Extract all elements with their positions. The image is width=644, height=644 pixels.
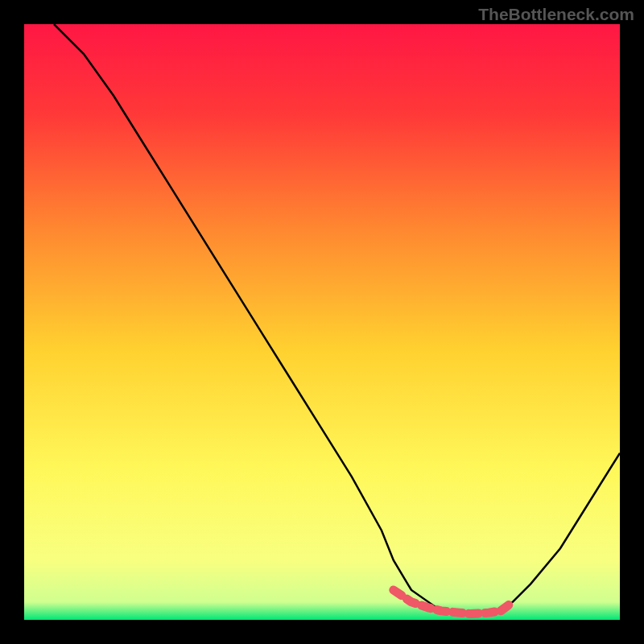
watermark-text: TheBottleneck.com (478, 5, 634, 24)
plot-area (24, 24, 620, 620)
chart-svg (24, 24, 620, 620)
gradient-background (24, 24, 620, 620)
chart-container: TheBottleneck.com (0, 0, 644, 644)
